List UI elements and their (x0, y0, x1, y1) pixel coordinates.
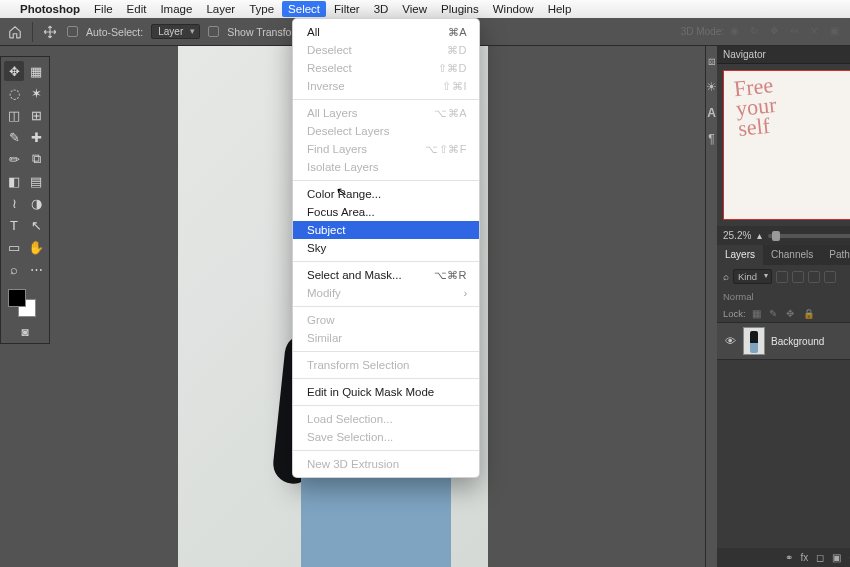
filter-adjust-icon[interactable] (792, 271, 804, 283)
gradient-tool[interactable]: ▤ (26, 171, 46, 191)
menu-item-sky[interactable]: Sky (293, 239, 479, 257)
zoom-slider[interactable] (768, 234, 850, 238)
blend-mode-dropdown[interactable]: Normal (723, 291, 754, 302)
menu-item-all[interactable]: All⌘A (293, 23, 479, 41)
3d-scale-icon[interactable]: ⤧ (810, 25, 824, 39)
menu-item-reselect: Reselect⇧⌘D (293, 59, 479, 77)
blur-tool[interactable]: ≀ (4, 193, 24, 213)
3d-pan-icon[interactable]: ✥ (770, 25, 784, 39)
lasso-tool[interactable]: ◌ (4, 83, 24, 103)
search-icon[interactable]: ⌕ (723, 271, 729, 282)
menu-item-select-and-mask[interactable]: Select and Mask...⌥⌘R (293, 266, 479, 284)
menu-item-focus-area[interactable]: Focus Area... (293, 203, 479, 221)
3d-roll-icon[interactable]: ↻ (750, 25, 764, 39)
menu-item-label: Select and Mask... (307, 269, 434, 281)
move-tool-icon[interactable] (41, 23, 59, 41)
adjustments-icon[interactable]: ☀ (706, 80, 717, 94)
menu-layer[interactable]: Layer (206, 3, 235, 15)
menu-item-edit-in-quick-mask-mode[interactable]: Edit in Quick Mask Mode (293, 383, 479, 401)
zoom-value[interactable]: 25.2% (723, 230, 751, 241)
3d-slide-icon[interactable]: ⇔ (790, 25, 804, 39)
auto-select-checkbox[interactable] (67, 26, 78, 37)
paragraph-icon[interactable]: ¶ (708, 132, 714, 146)
eraser-tool[interactable]: ◧ (4, 171, 24, 191)
layer-thumbnail[interactable] (743, 327, 765, 355)
menu-item-label: Grow (307, 314, 467, 326)
path-tool[interactable]: ↖ (26, 215, 46, 235)
histogram-icon[interactable]: ⧇ (708, 54, 716, 68)
hand-tool[interactable]: ✋ (26, 237, 46, 257)
lock-position-icon[interactable]: ✥ (786, 308, 797, 319)
dodge-tool[interactable]: ◑ (26, 193, 46, 213)
3d-camera-icon[interactable]: ▣ (830, 25, 844, 39)
lock-pixels-icon[interactable]: ✎ (769, 308, 780, 319)
menu-type[interactable]: Type (249, 3, 274, 15)
visibility-toggle-icon[interactable]: 👁 (723, 335, 737, 347)
rect-tool[interactable]: ▭ (4, 237, 24, 257)
menu-item-shortcut: ⌥⌘R (434, 269, 467, 282)
menu-filter[interactable]: Filter (334, 3, 360, 15)
menu-image[interactable]: Image (160, 3, 192, 15)
layer-filter-row: ⌕ Kind (717, 265, 850, 288)
type-tool[interactable]: T (4, 215, 24, 235)
menu-plugins[interactable]: Plugins (441, 3, 479, 15)
app-name[interactable]: Photoshop (20, 3, 80, 15)
collapsed-panels-strip: ⧇ ☀ A ¶ (705, 46, 717, 567)
menu-help[interactable]: Help (548, 3, 572, 15)
menu-item-label: Save Selection... (307, 431, 467, 443)
filter-kind-dropdown[interactable]: Kind (733, 269, 772, 284)
menu-item-save-selection: Save Selection... (293, 428, 479, 446)
type-panel-icon[interactable]: A (707, 106, 716, 120)
layer-row-background[interactable]: 👁 Background 🔒 (717, 322, 850, 360)
menu-item-color-range[interactable]: Color Range... (293, 185, 479, 203)
home-icon[interactable] (6, 23, 24, 41)
clone-tool[interactable]: ⧉ (26, 149, 46, 169)
filter-shape-icon[interactable] (824, 271, 836, 283)
lock-all-icon[interactable]: 🔒 (803, 308, 814, 319)
artboard-tool[interactable]: ▦ (26, 61, 46, 81)
navigator-panel-header[interactable]: Navigator ≡ (717, 46, 850, 64)
zoom-tool[interactable]: ⌕ (4, 259, 24, 279)
auto-select-dropdown[interactable]: Layer (151, 24, 200, 39)
menu-3d[interactable]: 3D (374, 3, 389, 15)
more-tool[interactable]: ⋯ (26, 259, 46, 279)
foreground-color-swatch[interactable] (8, 289, 26, 307)
menu-file[interactable]: File (94, 3, 113, 15)
quick-select-tool[interactable]: ✶ (26, 83, 46, 103)
3d-orbit-icon[interactable]: ◉ (730, 25, 744, 39)
layer-style-icon[interactable]: fx (801, 552, 809, 563)
tab-paths[interactable]: Paths (821, 245, 850, 265)
brush-tool[interactable]: ✏ (4, 149, 24, 169)
filter-type-icon[interactable] (808, 271, 820, 283)
menu-item-subject[interactable]: Subject (293, 221, 479, 239)
color-swatches[interactable] (4, 285, 46, 321)
layer-name[interactable]: Background (771, 336, 824, 347)
menu-item-new-3d-extrusion: New 3D Extrusion (293, 455, 479, 473)
eyedropper-tool[interactable]: ✎ (4, 127, 24, 147)
menu-edit[interactable]: Edit (127, 3, 147, 15)
menu-item-label: Inverse (307, 80, 442, 92)
lock-transparency-icon[interactable]: ▦ (752, 308, 763, 319)
layer-mask-icon[interactable]: ◻ (816, 552, 824, 563)
menu-select[interactable]: Select (282, 1, 326, 17)
healing-tool[interactable]: ✚ (26, 127, 46, 147)
layer-lock-row: Lock: ▦ ✎ ✥ 🔒 (717, 305, 850, 322)
quick-mask-icon[interactable]: ◙ (21, 325, 28, 339)
crop-tool[interactable]: ◫ (4, 105, 24, 125)
show-transform-checkbox[interactable] (208, 26, 219, 37)
filter-pixel-icon[interactable] (776, 271, 788, 283)
move-tool[interactable]: ✥ (4, 61, 24, 81)
zoom-out-icon[interactable]: ▴ (757, 230, 762, 241)
layers-panel-tabs: Layers Channels Paths ≡ (717, 245, 850, 265)
tab-channels[interactable]: Channels (763, 245, 821, 265)
menu-view[interactable]: View (402, 3, 427, 15)
new-group-icon[interactable]: ▣ (832, 552, 841, 563)
frame-tool[interactable]: ⊞ (26, 105, 46, 125)
tab-layers[interactable]: Layers (717, 245, 763, 265)
menu-window[interactable]: Window (493, 3, 534, 15)
link-layers-icon[interactable]: ⚭ (785, 552, 793, 563)
navigator-thumbnail[interactable]: Freeyourself (717, 64, 850, 226)
macos-menubar: Photoshop File Edit Image Layer Type Sel… (0, 0, 850, 18)
menu-item-shortcut: ⇧⌘D (438, 62, 467, 75)
menu-item-similar: Similar (293, 329, 479, 347)
